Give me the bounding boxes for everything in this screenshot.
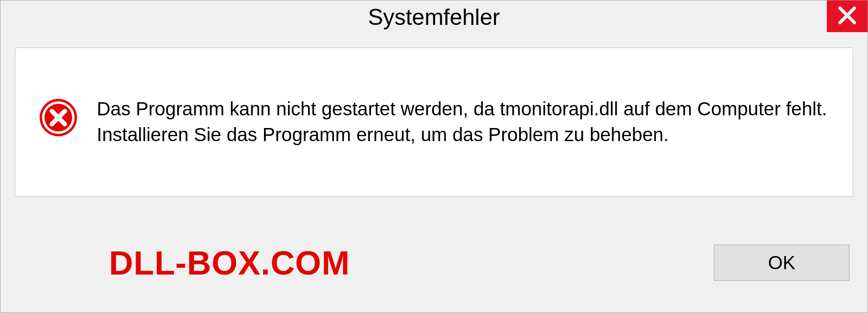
dialog-footer: DLL-BOX.COM OK [0, 231, 868, 313]
error-dialog: Systemfehler Das Programm kann nicht ges… [0, 0, 868, 313]
watermark-text: DLL-BOX.COM [19, 244, 350, 282]
close-button[interactable] [827, 0, 868, 32]
error-message: Das Programm kann nicht gestartet werden… [97, 96, 830, 147]
titlebar: Systemfehler [0, 0, 868, 34]
error-icon [38, 97, 79, 138]
dialog-title: Systemfehler [368, 4, 500, 30]
ok-button[interactable]: OK [714, 245, 849, 281]
message-panel: Das Programm kann nicht gestartet werden… [15, 47, 853, 197]
close-icon [837, 5, 857, 27]
